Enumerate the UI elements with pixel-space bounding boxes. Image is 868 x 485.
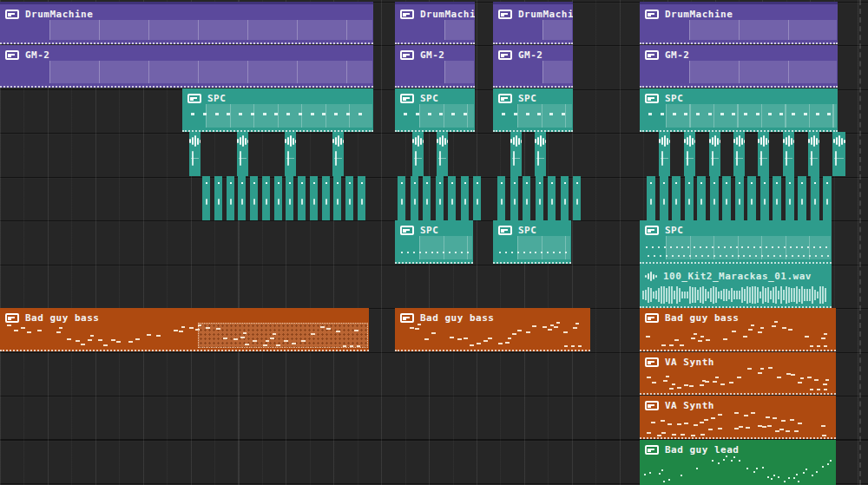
clip-hihat[interactable]: [448, 176, 456, 220]
clip-hihat[interactable]: [523, 176, 530, 220]
clip-kick[interactable]: [832, 132, 845, 176]
clip-gm2-b[interactable]: GM-2: [395, 45, 475, 88]
clip-hihat[interactable]: [274, 176, 282, 220]
note: [817, 345, 820, 347]
clip-hihat[interactable]: [685, 176, 694, 220]
clip-hihat[interactable]: [660, 176, 668, 220]
clip-hihat[interactable]: [322, 176, 330, 220]
clip-hihat[interactable]: [461, 176, 469, 220]
clip-va-synth-2[interactable]: VA Synth: [640, 396, 836, 439]
clip-kick[interactable]: [285, 132, 296, 176]
clip-kick[interactable]: [332, 132, 344, 176]
audio-waveform: [642, 286, 829, 304]
clip-drummachine-b[interactable]: DrumMachine: [395, 2, 475, 44]
note: [798, 382, 802, 383]
clip-hihat[interactable]: [310, 176, 318, 220]
note: [646, 336, 650, 338]
clip-kick[interactable]: [535, 132, 546, 176]
note: [467, 252, 469, 253]
clip-spc2-c[interactable]: SPC: [493, 220, 571, 264]
pattern-icon: [645, 94, 659, 103]
clip-hihat[interactable]: [773, 176, 781, 220]
note: [814, 379, 819, 381]
clip-hihat[interactable]: [298, 176, 306, 220]
clip-hihat[interactable]: [672, 176, 681, 220]
clip-maracas-wav[interactable]: 100_Kit2_Marackas_01.wav: [640, 264, 832, 308]
clip-bass-b[interactable]: Bad guy bass: [395, 308, 590, 351]
clip-hihat[interactable]: [345, 176, 353, 220]
clip-kick[interactable]: [189, 132, 201, 176]
clip-hihat[interactable]: [262, 176, 270, 220]
clip-hihat[interactable]: [647, 176, 655, 220]
clip-hihat[interactable]: [722, 176, 731, 220]
note: [733, 456, 735, 458]
clip-kick[interactable]: [684, 132, 695, 176]
clip-gm2-d[interactable]: GM-2: [640, 45, 838, 88]
clip-spc-d[interactable]: SPC: [640, 88, 838, 132]
clip-kick[interactable]: [237, 132, 248, 176]
clip-kick[interactable]: [758, 132, 769, 176]
note: [700, 246, 701, 248]
clip-hihat[interactable]: [423, 176, 431, 220]
clip-spc2-b[interactable]: SPC: [395, 220, 473, 264]
clip-kick[interactable]: [709, 132, 720, 176]
clip-drummachine-a[interactable]: DrumMachine: [0, 2, 373, 44]
clip-bass-d[interactable]: Bad guy bass: [640, 308, 836, 351]
clip-hihat[interactable]: [238, 176, 246, 220]
clip-hihat[interactable]: [358, 176, 365, 220]
clip-hihat[interactable]: [735, 176, 744, 220]
clip-kick[interactable]: [437, 132, 448, 176]
clip-hihat[interactable]: [798, 176, 806, 220]
clip-hihat[interactable]: [710, 176, 719, 220]
clip-hihat[interactable]: [536, 176, 543, 220]
clip-kick[interactable]: [783, 132, 794, 176]
note: [240, 337, 245, 338]
clip-kick[interactable]: [659, 132, 670, 176]
clip-hihat[interactable]: [436, 176, 444, 220]
clip-hihat[interactable]: [473, 176, 481, 220]
clip-bass-a[interactable]: Bad guy bass: [0, 308, 369, 351]
clip-spc-c[interactable]: SPC: [493, 88, 573, 132]
clip-hihat[interactable]: [227, 176, 234, 220]
clip-hihat[interactable]: [548, 176, 556, 220]
clip-spc-a[interactable]: SPC: [182, 88, 373, 132]
clip-hihat[interactable]: [411, 176, 418, 220]
note: [713, 255, 715, 257]
clip-label: DrumMachine: [400, 9, 475, 20]
clip-lead[interactable]: Bad guy lead: [640, 440, 836, 485]
clip-kick[interactable]: [412, 132, 424, 176]
playlist-canvas[interactable]: DrumMachineDrumMachineDrumMachineDrumMac…: [0, 0, 868, 485]
note: [796, 474, 798, 475]
clip-hihat[interactable]: [250, 176, 258, 220]
clip-hihat[interactable]: [510, 176, 518, 220]
waveform-icon: [332, 135, 344, 147]
clip-kick[interactable]: [808, 132, 819, 176]
clip-hihat[interactable]: [747, 176, 756, 220]
clip-kick[interactable]: [733, 132, 745, 176]
clip-hihat[interactable]: [697, 176, 706, 220]
clip-hihat[interactable]: [202, 176, 210, 220]
clip-drummachine-d[interactable]: DrumMachine: [640, 2, 838, 44]
note: [648, 255, 649, 257]
clip-hihat[interactable]: [811, 176, 819, 220]
clip-drummachine-c[interactable]: DrumMachine: [493, 2, 573, 44]
pattern-icon: [645, 313, 659, 323]
clip-hihat[interactable]: [214, 176, 222, 220]
clip-gm2-c[interactable]: GM-2: [493, 45, 573, 88]
note: [800, 377, 804, 379]
clip-hihat[interactable]: [561, 176, 569, 220]
clip-spc-b[interactable]: SPC: [395, 88, 475, 132]
clip-kick[interactable]: [510, 132, 522, 176]
clip-hihat[interactable]: [760, 176, 769, 220]
clip-hihat[interactable]: [497, 176, 505, 220]
clip-gm2-a[interactable]: GM-2: [0, 45, 373, 88]
note: [708, 113, 712, 115]
clip-hihat[interactable]: [823, 176, 832, 220]
clip-va-synth-1[interactable]: VA Synth: [640, 352, 836, 395]
clip-hihat[interactable]: [573, 176, 581, 220]
clip-hihat[interactable]: [398, 176, 405, 220]
clip-hihat[interactable]: [333, 176, 341, 220]
clip-hihat[interactable]: [786, 176, 794, 220]
clip-spc2-d[interactable]: SPC: [640, 220, 832, 264]
clip-hihat[interactable]: [286, 176, 293, 220]
